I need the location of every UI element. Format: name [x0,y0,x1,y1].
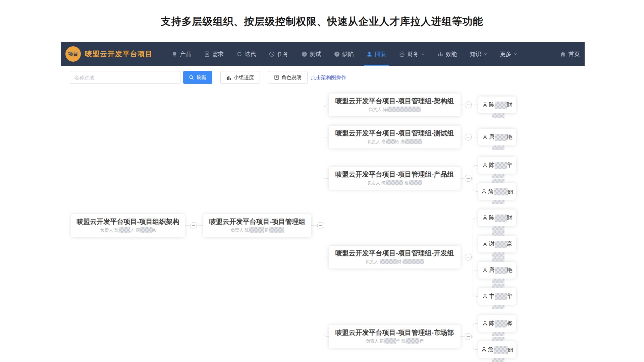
redaction-bleed [492,358,504,362]
nav-item-任务[interactable]: 任务 [269,42,289,66]
member-card[interactable]: 陈财 [478,209,516,226]
redacted-name [494,188,508,195]
member-card[interactable]: 詹丽 [478,341,516,358]
org-node-group-3[interactable]: 唛盟云开发平台项目-项目管理组-开发组负责人 财 [329,246,461,268]
org-node-title: 唛盟云开发平台项目-项目管理组-市场部 [329,328,461,337]
redacted-name [495,241,507,248]
collapse-toggle[interactable] [465,175,472,182]
member-card[interactable]: 谢豪 [478,236,516,252]
doc-icon [204,51,210,57]
finance-icon [399,51,405,57]
redacted-name [387,107,421,112]
member-name: 唐艳 [489,266,513,274]
redacted-name [406,338,419,344]
member-name: 陈财 [489,101,513,109]
person-icon [482,267,488,273]
redaction-bleed [492,332,504,336]
redaction-bleed [492,200,504,204]
nav-item-label: 更多 [500,50,512,58]
nav-item-效能[interactable]: 效能 [438,42,457,66]
collapse-toggle[interactable] [317,222,324,229]
group-progress-button[interactable]: 小组进度 [220,71,260,84]
clock-icon [269,51,275,57]
org-node-root[interactable]: 唛盟云开发平台项目-项目组织架构负责人 陈才 唐艳 [71,214,185,237]
nav-item-团队[interactable]: 团队 [367,42,386,66]
person-icon [482,102,488,108]
member-card[interactable]: 丰华 [478,288,516,305]
svg-text:?: ? [336,52,338,56]
member-name: 詹丽 [488,187,514,195]
redacted-name [495,267,507,274]
member-card[interactable]: 陈财 [478,97,516,113]
iteration-icon [236,51,242,57]
member-card[interactable]: 唐艳 [478,129,516,145]
chevron-down-icon [514,52,518,56]
person-icon [482,215,488,221]
org-node-owner: 负责人 陈 [329,106,461,113]
toolbar: 刷新 小组进度 角色说明 点击架构图操作 [70,71,346,84]
svg-text:?: ? [303,52,305,56]
project-logo-badge: 项目 [65,46,81,62]
search-icon [189,75,194,80]
redacted-name [386,180,403,185]
nav-item-迭代[interactable]: 迭代 [236,42,256,66]
redaction-bleed [492,337,504,341]
redaction-bleed [492,145,504,150]
redaction-bleed [492,113,504,118]
redacted-name [409,180,422,185]
org-node-group-2[interactable]: 唛盟云开发平台项目-项目管理组-产品组负责人 陈 詹 [329,167,461,190]
member-card[interactable]: 陈桦 [478,315,516,332]
nav-item-首页[interactable]: 首页 [560,42,580,66]
collapse-toggle[interactable] [465,134,472,140]
redaction-bleed [492,252,504,257]
chevron-down-icon [483,52,487,56]
nav-item-测试[interactable]: ?测试 [302,42,321,66]
org-node-group-4[interactable]: 唛盟云开发平台项目-项目管理组-市场部负责人 陈华 陈桦 [329,325,461,348]
redacted-name [495,134,507,141]
person-icon [482,293,488,299]
project-title: 唛盟云开发平台项目 [85,49,153,59]
navbar-menu: 产品需求迭代任务?测试?缺陷团队财务效能知识更多首页 [172,42,580,66]
person-icon [482,134,488,140]
org-node-title: 唛盟云开发平台项目-项目组织架构 [71,217,185,226]
nav-item-产品[interactable]: 产品 [172,42,192,66]
collapse-toggle[interactable] [465,254,472,260]
org-node-manager[interactable]: 唛盟云开发平台项目-项目管理组负责人 陈 陈 [203,214,311,237]
member-card[interactable]: 陈华 [478,157,516,174]
nav-item-label: 知识 [470,50,481,58]
org-node-group-0[interactable]: 唛盟云开发平台项目-项目管理组-架构组负责人 陈 [329,94,461,116]
collapse-toggle[interactable] [465,333,472,340]
name-filter-input[interactable] [70,71,180,84]
org-node-owner: 负责人 财 [329,258,461,265]
nav-item-财务[interactable]: 财务 [399,42,425,66]
diagram-operation-link[interactable]: 点击架构图操作 [311,74,346,81]
role-description-button[interactable]: 角色说明 [268,71,308,84]
redacted-name [402,259,424,264]
chevron-down-icon [421,52,425,56]
person-icon [482,162,488,168]
nav-item-知识[interactable]: 知识 [470,42,487,66]
refresh-button[interactable]: 刷新 [183,71,212,84]
redacted-name [494,346,508,354]
redacted-name [380,259,397,264]
nav-item-label: 团队 [375,50,386,58]
nav-item-label: 财务 [408,50,419,58]
person-icon [482,241,488,247]
org-node-title: 唛盟云开发平台项目-项目管理组-产品组 [329,170,461,179]
collapse-toggle[interactable] [465,102,472,108]
nav-item-需求[interactable]: 需求 [204,42,224,66]
collapse-toggle[interactable] [190,222,197,229]
redaction-bleed [492,179,504,183]
org-node-title: 唛盟云开发平台项目-项目管理组-测试组 [329,129,461,138]
org-node-title: 唛盟云开发平台项目-项目管理组-架构组 [329,97,461,106]
barchart-icon [226,75,231,80]
member-card[interactable]: 唐艳 [478,262,516,279]
barchart-icon [438,51,443,57]
nav-item-缺陷[interactable]: ?缺陷 [334,42,354,66]
nav-item-更多[interactable]: 更多 [500,42,518,66]
content-area: 刷新 小组进度 角色说明 点击架构图操作 [61,66,585,362]
member-card[interactable]: 詹丽 [478,183,516,200]
org-node-group-1[interactable]: 唛盟云开发平台项目-项目管理组-测试组负责人 唐艳 唐 [329,126,461,148]
person-icon [481,188,487,194]
nav-item-label: 测试 [310,50,321,58]
